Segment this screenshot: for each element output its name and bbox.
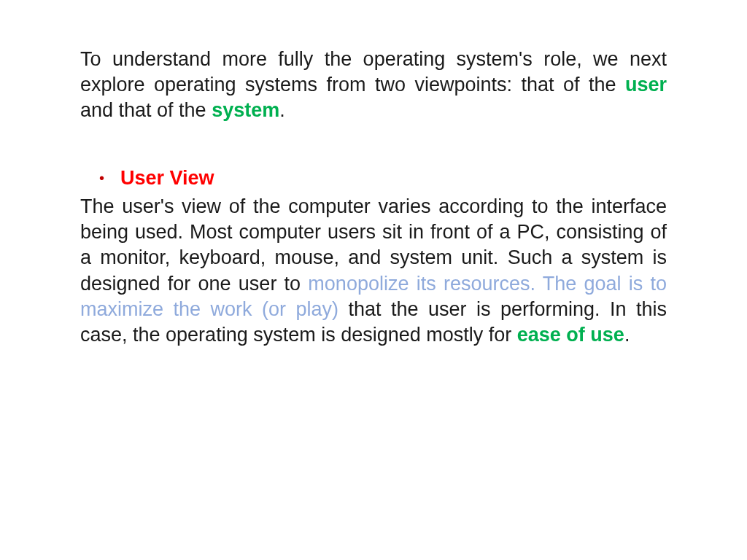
intro-paragraph: To understand more fully the operating s… [80, 47, 667, 123]
body-paragraph: The user's view of the computer varies a… [80, 194, 667, 348]
keyword-ease-of-use: ease of use [517, 324, 624, 346]
body-text-3: . [624, 324, 630, 346]
section-heading: User View [120, 167, 214, 190]
intro-text-3: . [279, 99, 285, 121]
bullet-heading-row: • User View [99, 167, 667, 190]
bullet-icon: • [99, 171, 104, 185]
keyword-system: system [212, 99, 279, 121]
intro-text-1: To understand more fully the operating s… [80, 48, 667, 96]
intro-text-2: and that of the [80, 99, 212, 121]
keyword-user: user [625, 74, 667, 96]
